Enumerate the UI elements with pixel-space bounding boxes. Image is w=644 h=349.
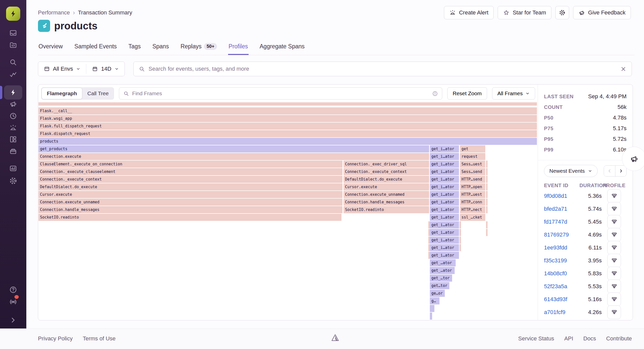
open-profile-button[interactable] <box>607 215 621 229</box>
event-id-link[interactable]: a701fcf9 <box>544 309 565 315</box>
flame-frame[interactable]: DefaultDialect.do_execute <box>38 183 343 190</box>
prev-page-button[interactable] <box>604 166 615 176</box>
flame-frame[interactable] <box>486 176 488 183</box>
flame-frame[interactable] <box>430 305 434 312</box>
event-id-link[interactable]: 81769279 <box>544 231 569 238</box>
sort-dropdown[interactable]: Newest Events <box>544 165 598 177</box>
flame-frame[interactable] <box>486 183 488 190</box>
event-id-link[interactable]: 6143d93f <box>544 296 567 302</box>
sidebar-item-alerts[interactable] <box>5 122 21 134</box>
flame-frame[interactable]: Flask.full_dispatch_request <box>38 123 537 130</box>
flame-frame[interactable]: Connection._exec_driver_sql <box>344 161 429 168</box>
sentry-logo[interactable] <box>6 7 20 21</box>
flame-frame[interactable]: HTTP…open <box>460 183 485 190</box>
flame-frame[interactable]: request <box>460 153 485 160</box>
flame-frame[interactable]: get_i…ator <box>430 161 459 168</box>
flame-frame[interactable]: Cursor.execute <box>344 183 429 190</box>
flame-frame[interactable]: Connection.execute_unnamed <box>38 199 343 206</box>
flame-frame[interactable]: Connection.execute_unnamed <box>344 191 429 198</box>
flame-frame[interactable]: Connection._execute_context <box>38 176 343 183</box>
open-profile-button[interactable] <box>607 254 621 267</box>
sidebar-item-issues[interactable] <box>5 27 21 39</box>
flame-frame[interactable]: get_i…ator <box>430 206 459 213</box>
footer-link-terms-of-use[interactable]: Terms of Use <box>83 335 116 342</box>
flame-frame[interactable]: ClauseElement._execute_on_connection <box>38 161 343 168</box>
flame-frame[interactable]: get_i…ator <box>430 153 459 160</box>
flame-frame[interactable] <box>486 161 488 168</box>
flame-frame[interactable]: ge…or <box>430 290 445 297</box>
open-profile-button[interactable] <box>607 280 621 293</box>
tab-spans[interactable]: Spans <box>152 42 169 55</box>
flame-frame[interactable] <box>486 221 488 228</box>
flame-frame[interactable]: get…tor <box>430 282 449 289</box>
flamegraph-area[interactable]: Flask.__call__Flask.wsgi_appFlask.full_d… <box>38 102 538 320</box>
flame-frame[interactable]: get_i…ator <box>430 199 459 206</box>
tab-sampled-events[interactable]: Sampled Events <box>74 42 117 55</box>
open-profile-button[interactable] <box>607 241 621 255</box>
open-profile-button[interactable] <box>607 305 621 319</box>
call-tree-tab[interactable]: Call Tree <box>82 88 114 99</box>
flame-frame[interactable]: get_…ator <box>430 259 456 266</box>
sidebar-item-feedback[interactable] <box>5 98 21 110</box>
flame-frame[interactable]: get_i…ator <box>430 221 459 228</box>
sidebar-item-stats[interactable] <box>5 69 21 81</box>
flame-frame[interactable]: Connection._execute_context <box>344 168 429 175</box>
flame-frame[interactable]: get_…ator <box>430 267 455 274</box>
tab-aggregate-spans[interactable]: Aggregate Spans <box>259 42 305 55</box>
flame-frame[interactable]: SocketIO.readinto <box>344 206 429 213</box>
flame-frame[interactable]: DefaultDialect.do_execute <box>344 176 429 183</box>
flame-frame[interactable] <box>459 221 461 228</box>
flame-frame[interactable]: get_i…ator <box>430 191 459 198</box>
sidebar-collapse-button[interactable] <box>5 314 21 326</box>
flame-frame[interactable]: products <box>38 138 537 145</box>
settings-button[interactable] <box>555 6 569 19</box>
sidebar-item-profiling[interactable] <box>5 87 21 98</box>
open-profile-button[interactable] <box>607 202 621 216</box>
event-id-link[interactable]: bfed2a71 <box>544 206 567 212</box>
flame-frame[interactable] <box>486 191 488 198</box>
next-page-button[interactable] <box>615 166 626 176</box>
flame-frame[interactable] <box>459 237 461 244</box>
tab-replays[interactable]: Replays50+ <box>180 42 217 55</box>
sidebar-item-replays[interactable] <box>5 110 21 122</box>
flame-frame[interactable]: get <box>460 145 485 152</box>
flame-frame[interactable]: get_products <box>38 145 429 152</box>
flame-frame[interactable]: get_i…ator <box>430 244 459 251</box>
flame-frame[interactable] <box>486 168 488 175</box>
flame-frame[interactable] <box>486 206 488 213</box>
flame-frame[interactable]: Connection.handle_messages <box>344 199 429 206</box>
flame-frame[interactable]: get_…tor <box>430 275 452 282</box>
find-frames-input[interactable] <box>132 90 429 96</box>
sidebar-item-monitors[interactable] <box>5 163 21 174</box>
flame-frame[interactable] <box>38 102 537 106</box>
tab-tags[interactable]: Tags <box>128 42 141 55</box>
flame-frame[interactable]: Connection.execute <box>38 153 429 160</box>
open-profile-button[interactable] <box>607 293 621 306</box>
flame-frame[interactable]: Connection.handle_messages <box>38 206 343 213</box>
environment-filter[interactable]: All Envs <box>38 62 86 76</box>
flame-frame[interactable] <box>459 229 461 236</box>
footer-link-contribute[interactable]: Contribute <box>606 335 632 342</box>
sidebar-item-settings[interactable] <box>5 175 21 187</box>
footer-link-docs[interactable]: Docs <box>583 335 596 342</box>
sidebar-item-help[interactable] <box>5 284 21 296</box>
flame-frame[interactable]: ssl_…cket <box>460 214 485 221</box>
give-feedback-button[interactable]: Give Feedback <box>573 6 631 19</box>
create-alert-button[interactable]: Create Alert <box>444 6 494 19</box>
sidebar-item-search[interactable] <box>5 56 21 68</box>
event-id-link[interactable]: 52f23a5a <box>544 283 567 289</box>
breadcrumb-performance[interactable]: Performance <box>38 9 70 16</box>
flamegraph-tab[interactable]: Flamegraph <box>42 88 82 99</box>
flame-frame[interactable]: HTTP…uest <box>460 191 485 198</box>
flame-frame[interactable]: get_i…ator <box>430 183 459 190</box>
sidebar-item-dashboards[interactable] <box>5 133 21 145</box>
flame-frame[interactable]: Flask.wsgi_app <box>38 115 537 122</box>
flame-frame[interactable]: get_i…ator <box>430 214 459 221</box>
sidebar-item-whats-new[interactable] <box>5 296 21 308</box>
event-id-link[interactable]: 9f0d08d1 <box>544 193 567 199</box>
footer-link-api[interactable]: API <box>564 335 573 342</box>
close-icon[interactable] <box>620 66 627 72</box>
flame-frame[interactable]: HTTP…send <box>460 176 485 183</box>
flame-frame[interactable] <box>486 229 488 236</box>
flame-frame[interactable]: Cursor.execute <box>38 191 343 198</box>
